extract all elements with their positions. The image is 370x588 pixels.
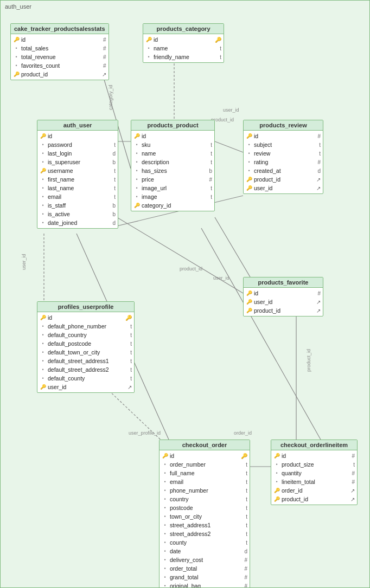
table-header-products-category: products_category: [143, 24, 224, 34]
dot-icon: •: [145, 54, 152, 60]
dot-icon: •: [40, 150, 46, 157]
field-id: 🔑 id #: [244, 289, 323, 298]
field-user-id: 🔑 user_id ↗: [244, 184, 323, 192]
unique-icon: 🔑: [40, 167, 46, 174]
field-subject: • subject t: [244, 140, 323, 149]
dot-icon: •: [40, 141, 46, 148]
dot-icon: •: [145, 45, 152, 51]
dot-icon: •: [40, 366, 46, 373]
dot-icon: •: [13, 45, 20, 51]
label-order-id: order_id: [234, 430, 252, 436]
dot-icon: •: [40, 349, 46, 356]
field-street-address1: • street_address1 t: [160, 521, 250, 529]
table-checkout-order: checkout_order 🔑 id 🔑 • order_number t •…: [159, 440, 250, 588]
field-full-name: • full_name t: [160, 469, 250, 477]
field-created-at: • created_at d: [244, 166, 323, 175]
field-total-sales: • total_sales #: [11, 44, 109, 53]
dot-icon: •: [40, 219, 46, 226]
field-id: 🔑 id #: [271, 451, 357, 460]
pk-icon: 🔑: [162, 453, 168, 459]
field-id: 🔑 id 🔑: [143, 35, 224, 44]
field-date: • date d: [160, 547, 250, 555]
fk-icon: 🔑: [246, 176, 252, 183]
dot-icon: •: [40, 159, 46, 165]
pk-icon: 🔑: [246, 290, 252, 296]
field-name: • name t: [143, 44, 224, 53]
dot-icon: •: [40, 340, 46, 347]
dot-icon: •: [273, 461, 280, 468]
field-order-total: • order_total #: [160, 564, 250, 573]
label-product-id-orderline: product_id: [306, 349, 311, 372]
dot-icon: •: [162, 513, 168, 520]
field-default-town-or-city: • default_town_or_city t: [37, 348, 134, 357]
field-product-id: 🔑 product_id ↗: [244, 175, 323, 184]
field-price: • price #: [131, 175, 214, 184]
dot-icon: •: [133, 150, 140, 157]
pk-icon: 🔑: [246, 133, 252, 139]
dot-icon: •: [40, 176, 46, 183]
field-first-name: • first_name t: [37, 175, 118, 184]
field-id: 🔑 id #: [11, 35, 109, 44]
dot-icon: •: [13, 62, 20, 69]
field-last-name: • last_name t: [37, 184, 118, 192]
dot-icon: •: [162, 470, 168, 476]
fk-icon: 🔑: [40, 384, 46, 390]
dot-icon: •: [40, 185, 46, 191]
field-user-id: 🔑 user_id ↗: [244, 298, 323, 306]
field-default-phone-number: • default_phone_number t: [37, 322, 134, 331]
field-order-number: • order_number t: [160, 460, 250, 469]
field-has-sizes: • has_sizes b: [131, 166, 214, 175]
pk-icon: 🔑: [273, 453, 280, 459]
field-name: • name t: [131, 149, 214, 158]
dot-icon: •: [162, 522, 168, 528]
dot-icon: •: [133, 159, 140, 165]
label-user-profile-id: user_profile_id: [129, 430, 161, 436]
pk-icon: 🔑: [145, 36, 152, 43]
dot-icon: •: [162, 531, 168, 537]
field-default-postcode: • default_postcode t: [37, 339, 134, 348]
table-header-products-product: products_product: [131, 120, 214, 131]
field-description: • description t: [131, 158, 214, 166]
dot-icon: •: [162, 557, 168, 563]
dot-icon: •: [162, 505, 168, 511]
field-password: • password t: [37, 140, 118, 149]
table-cake-tracker-productsalesstats: cake_tracker_productsalesstats 🔑 id # • …: [10, 23, 109, 80]
table-header-checkout-orderlineitem: checkout_orderlineitem: [271, 440, 357, 450]
field-image: • image t: [131, 192, 214, 201]
field-default-street-address2: • default_street_address2 t: [37, 365, 134, 374]
field-default-county: • default_county t: [37, 374, 134, 383]
dot-icon: •: [40, 323, 46, 329]
field-lineitem-total: • lineitem_total #: [271, 477, 357, 486]
svg-line-12: [201, 228, 321, 440]
pk-icon: 🔑: [40, 314, 46, 321]
label-product-id-fav: product_id: [180, 266, 202, 272]
field-is-active: • is_active b: [37, 210, 118, 218]
dot-icon: •: [246, 167, 252, 174]
field-email: • email t: [160, 477, 250, 486]
dot-icon: •: [40, 332, 46, 338]
dot-icon: •: [133, 193, 140, 200]
dot-icon: •: [162, 548, 168, 554]
diagram-canvas: auth_user category_id user_id: [0, 0, 370, 588]
dot-icon: •: [162, 496, 168, 502]
field-default-country: • default_country t: [37, 331, 134, 339]
table-products-review: products_review 🔑 id # • subject t • rev…: [243, 120, 323, 194]
dot-icon: •: [246, 159, 252, 165]
field-rating: • rating #: [244, 158, 323, 166]
field-town-or-city: • town_or_city t: [160, 512, 250, 521]
field-friendly-name: • friendly_name t: [143, 53, 224, 61]
field-default-street-address1: • default_street_address1 t: [37, 357, 134, 365]
dot-icon: •: [273, 479, 280, 485]
fk-icon: 🔑: [133, 202, 140, 209]
label-category-id: category_id: [108, 85, 113, 110]
table-header-cake-tracker: cake_tracker_productsalesstats: [11, 24, 109, 34]
field-order-id: 🔑 order_id ↗: [271, 486, 357, 495]
dot-icon: •: [13, 54, 20, 60]
field-id: 🔑 id: [37, 132, 118, 140]
field-street-address2: • street_address2 t: [160, 529, 250, 538]
field-county: • county t: [160, 538, 250, 547]
field-last-login: • last_login d: [37, 149, 118, 158]
dot-icon: •: [40, 358, 46, 364]
dot-icon: •: [162, 479, 168, 485]
pk-icon: 🔑: [13, 36, 20, 43]
